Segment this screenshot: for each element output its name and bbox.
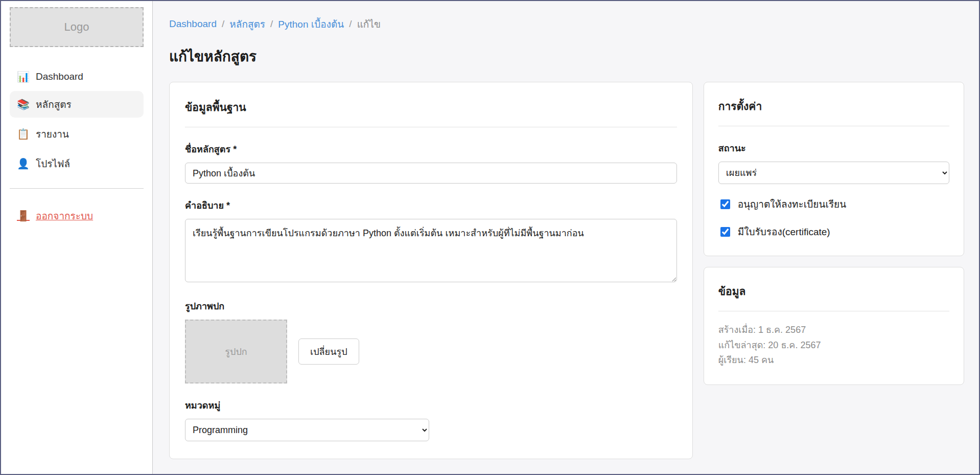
- card-divider: [185, 127, 677, 127]
- bar-chart-icon: 📊: [17, 72, 30, 82]
- breadcrumb-separator: /: [222, 18, 224, 30]
- breadcrumb-link-course[interactable]: Python เบื้องต้น: [278, 16, 344, 32]
- logout-label: ออกจากระบบ: [36, 208, 93, 223]
- sidebar-item-courses[interactable]: 📚 หลักสูตร: [10, 91, 144, 118]
- description-textarea[interactable]: เรียนรู้พื้นฐานการเขียนโปรแกรมด้วยภาษา P…: [185, 219, 677, 282]
- main-content: Dashboard / หลักสูตร / Python เบื้องต้น …: [153, 1, 979, 474]
- basic-info-card: ข้อมูลพื้นฐาน ชื่อหลักสูตร * คำอธิบาย * …: [169, 82, 693, 459]
- cover-row: รูปปก เปลี่ยนรูป: [185, 320, 677, 383]
- status-select[interactable]: เผยแพร่: [718, 162, 949, 184]
- info-card: ข้อมูล สร้างเมื่อ: 1 ธ.ค. 2567 แก้ไขล่าส…: [704, 267, 964, 385]
- breadcrumb: Dashboard / หลักสูตร / Python เบื้องต้น …: [169, 16, 964, 32]
- sidebar: Logo 📊 Dashboard 📚 หลักสูตร 📋 รายงาน 👤 โ…: [1, 1, 153, 474]
- sidebar-nav: 📊 Dashboard 📚 หลักสูตร 📋 รายงาน 👤 โปรไฟล…: [10, 65, 144, 177]
- sidebar-item-label: โปรไฟล์: [36, 156, 70, 171]
- allow-enrollment-label: อนุญาตให้ลงทะเบียนเรียน: [738, 196, 847, 212]
- breadcrumb-link-courses[interactable]: หลักสูตร: [229, 16, 265, 32]
- cover-placeholder-text: รูปปก: [225, 344, 247, 359]
- app-window: Logo 📊 Dashboard 📚 หลักสูตร 📋 รายงาน 👤 โ…: [0, 0, 980, 475]
- door-icon: 🚪: [17, 211, 30, 221]
- course-name-label: ชื่อหลักสูตร *: [185, 142, 677, 156]
- clipboard-icon: 📋: [17, 129, 30, 139]
- right-column: การตั้งค่า สถานะ เผยแพร่ อนุญาตให้ลงทะเบ…: [704, 82, 964, 385]
- info-created: สร้างเมื่อ: 1 ธ.ค. 2567: [718, 323, 949, 338]
- info-students: ผู้เรียน: 45 คน: [718, 353, 949, 368]
- logo: Logo: [10, 7, 144, 47]
- books-icon: 📚: [17, 99, 30, 109]
- logout-link[interactable]: 🚪 ออกจากระบบ: [17, 208, 93, 223]
- certificate-checkbox[interactable]: [720, 227, 730, 237]
- logo-text: Logo: [64, 20, 89, 34]
- card-divider: [718, 311, 949, 311]
- person-icon: 👤: [17, 159, 30, 169]
- cover-image-placeholder: รูปปก: [185, 320, 287, 383]
- info-title: ข้อมูล: [718, 283, 949, 300]
- allow-enrollment-checkbox[interactable]: [720, 199, 730, 209]
- sidebar-item-dashboard[interactable]: 📊 Dashboard: [10, 65, 144, 88]
- cover-image-label: รูปภาพปก: [185, 299, 677, 313]
- info-updated: แก้ไขล่าสุด: 20 ธ.ค. 2567: [718, 338, 949, 353]
- settings-card: การตั้งค่า สถานะ เผยแพร่ อนุญาตให้ลงทะเบ…: [704, 82, 964, 256]
- basic-info-title: ข้อมูลพื้นฐาน: [185, 99, 677, 116]
- allow-enrollment-row: อนุญาตให้ลงทะเบียนเรียน: [718, 196, 949, 212]
- breadcrumb-link-dashboard[interactable]: Dashboard: [169, 18, 217, 30]
- category-label: หมวดหมู่: [185, 398, 677, 413]
- sidebar-item-label: รายงาน: [36, 126, 69, 142]
- sidebar-item-label: หลักสูตร: [36, 97, 72, 112]
- change-image-button[interactable]: เปลี่ยนรูป: [298, 338, 359, 365]
- status-label: สถานะ: [718, 141, 949, 155]
- content-row: ข้อมูลพื้นฐาน ชื่อหลักสูตร * คำอธิบาย * …: [169, 82, 964, 459]
- breadcrumb-current: แก้ไข: [357, 16, 381, 32]
- sidebar-item-profile[interactable]: 👤 โปรไฟล์: [10, 150, 144, 177]
- breadcrumb-separator: /: [270, 18, 273, 30]
- sidebar-item-reports[interactable]: 📋 รายงาน: [10, 121, 144, 147]
- sidebar-item-label: Dashboard: [36, 71, 83, 82]
- page-title: แก้ไขหลักสูตร: [169, 45, 964, 67]
- info-lines: สร้างเมื่อ: 1 ธ.ค. 2567 แก้ไขล่าสุด: 20 …: [718, 323, 949, 368]
- category-select[interactable]: Programming: [185, 419, 429, 441]
- settings-title: การตั้งค่า: [718, 98, 949, 115]
- breadcrumb-separator: /: [349, 18, 352, 30]
- certificate-row: มีใบรับรอง(certificate): [718, 224, 949, 239]
- card-divider: [718, 126, 949, 126]
- sidebar-divider: [10, 188, 144, 189]
- certificate-label: มีใบรับรอง(certificate): [738, 224, 830, 239]
- course-name-input[interactable]: [185, 163, 677, 184]
- description-label: คำอธิบาย *: [185, 198, 677, 213]
